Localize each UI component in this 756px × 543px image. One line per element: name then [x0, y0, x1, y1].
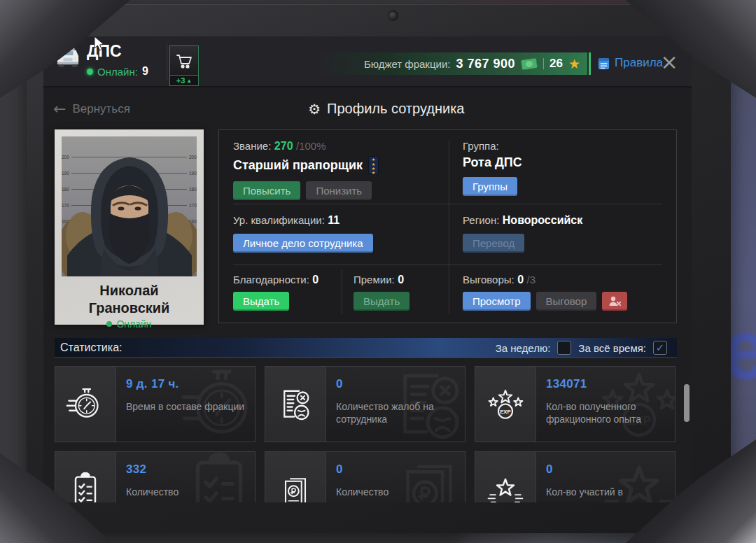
groups-button[interactable]: Группы	[463, 177, 517, 196]
alltime-checkbox[interactable]: ✓	[653, 341, 667, 355]
stat-label: Время в составе фракции	[126, 400, 249, 413]
reprimand-section: Выговоры: 0 /3 Просмотр Выговор	[463, 274, 627, 311]
give-reprimand-button[interactable]: Выговор	[536, 292, 597, 311]
stat-label: Кол-во участий в	[546, 486, 669, 498]
ruble-banknote-icon	[265, 452, 326, 502]
rules-button[interactable]: Правила	[598, 56, 663, 70]
online-label: Онлайн:	[97, 66, 138, 78]
rank-points-max: /100%	[296, 140, 326, 152]
employee-online-label: Онлайн	[116, 318, 151, 330]
back-arrow-icon: ←	[53, 101, 66, 117]
hooded-person-figure	[62, 157, 197, 276]
stat-value: 0	[546, 463, 669, 477]
reprimand-max: /3	[527, 274, 536, 285]
region-section: Регион: Новороссийск Перевод	[463, 214, 582, 253]
back-button[interactable]: ← Вернуться	[53, 101, 130, 117]
rank-points: 270	[274, 140, 293, 152]
budget-separator	[543, 58, 544, 69]
group-section: Группа: Рота ДПС Группы	[463, 140, 522, 196]
alltime-filter-label: За всё время:	[578, 342, 646, 354]
stat-card-exp: 134071 Кол-во полученного фракционного о…	[475, 366, 676, 442]
stat-card-reports: 332 Количество	[55, 451, 255, 502]
bonus-label: Премии:	[354, 274, 395, 285]
faction-points-value: 26	[550, 57, 563, 71]
thanks-value: 0	[312, 274, 318, 285]
rank-label: Звание:	[233, 140, 271, 152]
money-icon	[520, 57, 538, 71]
stat-card-faction-time: 9 д. 17 ч. Время в составе фракции	[55, 366, 255, 442]
stat-label: Количество	[336, 486, 459, 498]
star-speed-icon	[475, 452, 536, 502]
stat-card-participation: 0 Кол-во участий в	[475, 451, 676, 502]
panel-divider	[342, 270, 342, 314]
rank-insignia-icon: ★ ★ ★ ★	[368, 156, 379, 174]
rules-book-icon	[598, 57, 610, 70]
stat-value: 332	[126, 463, 249, 477]
faction-budget-bar: Бюджет фракции: 3 767 900 26 ★	[318, 52, 587, 75]
rules-label: Правила	[615, 56, 663, 70]
svg-text:★: ★	[372, 170, 375, 175]
panel-divider	[233, 265, 662, 265]
close-icon[interactable]: ×	[659, 52, 680, 73]
stat-label: Количество	[126, 486, 249, 498]
statistics-bar: Статистика: За неделю: За всё время: ✓	[55, 338, 677, 358]
stat-card-money: 0 Количество	[265, 451, 465, 502]
exp-stars-icon	[475, 367, 536, 442]
gear-icon: ⚙	[308, 102, 321, 116]
give-bonus-button[interactable]: Выдать	[354, 292, 410, 311]
header-divider	[167, 43, 167, 80]
employee-photo-card: 200200 190190 180180 170170 160160 15015…	[55, 129, 204, 325]
demote-button[interactable]: Понизить	[306, 181, 372, 200]
page-title: ⚙ Профиль сотрудника	[308, 101, 464, 117]
employee-name: Николай Грановский Онлайн	[62, 282, 197, 330]
reprimand-value: 0	[517, 274, 524, 285]
check-icon: ✓	[656, 343, 665, 353]
person-x-icon	[608, 295, 622, 307]
panel-divider	[233, 204, 662, 204]
group-value: Рота ДПС	[463, 155, 522, 170]
group-label: Группа:	[463, 140, 522, 152]
statistics-title: Статистика:	[60, 341, 122, 354]
star-icon: ★	[568, 57, 580, 71]
thanks-label: Благодарности:	[233, 274, 309, 285]
region-label: Регион:	[463, 214, 499, 226]
page-title-label: Профиль сотрудника	[327, 101, 464, 117]
cart-icon	[176, 52, 192, 69]
stat-value: 0	[336, 377, 459, 391]
complaint-document-icon	[265, 367, 326, 442]
shop-cart-button[interactable]	[169, 45, 199, 76]
employee-online-status: Онлайн	[62, 318, 197, 330]
week-filter-label: За неделю:	[496, 342, 551, 354]
employee-profile-panel: Звание: 270 /100% Старший прапорщик ★ ★ …	[218, 129, 677, 323]
employee-last-name: Грановский	[62, 299, 197, 317]
promote-button[interactable]: Повысить	[233, 181, 300, 200]
rank-section: Звание: 270 /100% Старший прапорщик ★ ★ …	[233, 140, 379, 200]
cart-badge[interactable]: +3 ▲	[169, 76, 199, 86]
qualification-section: Ур. квалификации: 11 Личное дело сотрудн…	[233, 214, 373, 253]
budget-label: Бюджет фракции:	[364, 58, 451, 70]
stopwatch-icon	[55, 367, 116, 442]
rank-name: Старший прапорщик	[233, 158, 363, 173]
app-header: ДПС Онлайн: 9 +3 ▲ Бюджет фракции: 3 767…	[43, 36, 692, 87]
online-status: Онлайн: 9	[87, 65, 148, 78]
qualification-value: 11	[328, 214, 340, 226]
fire-employee-button[interactable]	[602, 292, 627, 311]
bonus-section: Премии: 0 Выдать	[354, 274, 410, 311]
stat-value: 134071	[546, 377, 669, 391]
panel-divider	[449, 140, 449, 314]
personal-file-button[interactable]: Личное дело сотрудника	[233, 234, 373, 253]
week-checkbox[interactable]	[557, 341, 571, 355]
scrollbar-thumb[interactable]	[684, 384, 690, 422]
give-thanks-button[interactable]: Выдать	[233, 292, 289, 311]
thanks-section: Благодарности: 0 Выдать	[233, 274, 318, 311]
transfer-button[interactable]: Перевод	[463, 234, 524, 253]
faction-app-screen: ДПС Онлайн: 9 +3 ▲ Бюджет фракции: 3 767…	[43, 36, 692, 502]
stat-value: 9 д. 17 ч.	[126, 377, 249, 391]
budget-value: 3 767 900	[456, 57, 515, 71]
region-value: Новороссийск	[503, 214, 582, 226]
view-reprimands-button[interactable]: Просмотр	[463, 292, 531, 311]
reprimand-label: Выговоры:	[463, 274, 514, 285]
bonus-value: 0	[398, 274, 404, 285]
chevron-up-icon: ▲	[186, 78, 192, 84]
employee-first-name: Николай	[62, 282, 197, 299]
